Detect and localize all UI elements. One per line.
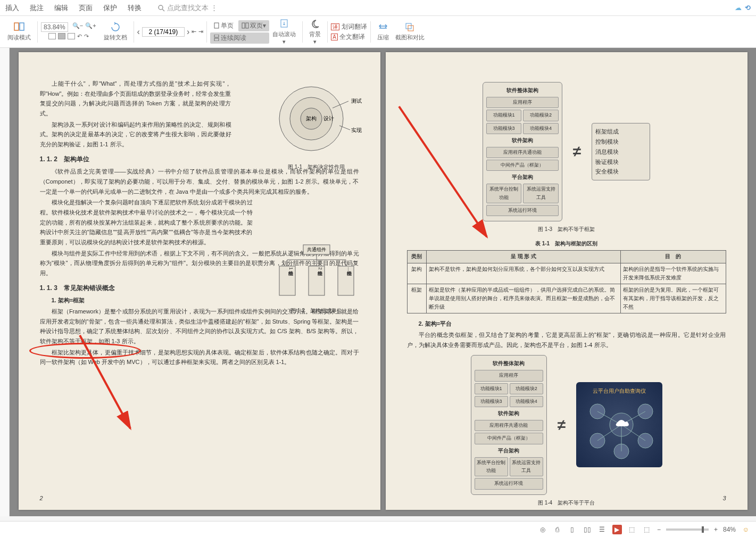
rotate-right-icon[interactable]: ↷ — [84, 33, 89, 40]
svg-rect-8 — [214, 38, 219, 41]
emoji-icon[interactable]: ☺ — [741, 525, 751, 534]
search-box[interactable]: 点此查找文本 ⋮ — [157, 3, 218, 13]
page-left: 上能干什么"，即"What"，而处理方式指的是"技术上如何实现"，即"How"。… — [19, 52, 380, 510]
figure-1-3: 软件整体架构 应用程序 功能模块1功能模块2 功能模块3功能模块4 软件架构 应… — [471, 82, 662, 221]
share-icon[interactable]: ⟲ — [745, 4, 751, 12]
view-continuous-icon[interactable]: ☰ — [597, 525, 607, 534]
menu-page[interactable]: 页面 — [79, 3, 93, 13]
menu-bar: 插入 批注 编辑 页面 保护 转换 点此查找文本 ⋮ ☁ ⟲ — [0, 0, 756, 16]
translate-icon: 译 — [331, 23, 339, 30]
view-single-icon[interactable]: ▯ — [568, 525, 577, 534]
compress-icon — [378, 22, 388, 32]
toolbar: 阅读模式 83.84% 🔍− 🔍+ ↶ ↷ 旋转文档 ‹ › ⇤ ⇥ 单页 双页… — [0, 16, 756, 48]
zoom-percent[interactable]: 84% — [723, 526, 736, 533]
background-button[interactable]: 背景▾ — [306, 18, 324, 46]
read-mode-icon — [13, 22, 25, 32]
full-trans-label: 全文翻译 — [339, 33, 365, 40]
single-label: 单页 — [221, 21, 234, 30]
zoom-in-icon[interactable]: 🔍+ — [85, 22, 96, 32]
first-page-icon[interactable]: ⇤ — [192, 28, 196, 35]
menu-annotate[interactable]: 批注 — [30, 3, 44, 13]
menu-convert[interactable]: 转换 — [128, 3, 142, 13]
svg-point-0 — [159, 5, 163, 10]
subheading-2: 2. 架构=平台 — [419, 319, 726, 329]
svg-rect-11 — [408, 26, 413, 31]
search-icon — [157, 4, 165, 12]
play-icon[interactable]: ▶ — [612, 525, 622, 534]
view-double-icon[interactable]: ▯▯ — [583, 525, 592, 534]
single-page-icon — [213, 22, 220, 29]
page-number: 3 — [722, 493, 726, 503]
status-icon[interactable]: ◎ — [538, 525, 547, 534]
status-icon[interactable]: ⎙ — [553, 525, 562, 534]
svg-rect-29 — [309, 266, 325, 295]
fig-caption: 图 1-1 架构决定性作用 — [269, 162, 364, 171]
double-page-button[interactable]: 双页▾ — [238, 20, 269, 31]
body-text: 上能干什么"，即"What"，而处理方式指的是"技术上如何实现"，即"How"。… — [40, 79, 231, 119]
svg-text:实现: 实现 — [351, 127, 362, 133]
svg-rect-28 — [279, 266, 295, 295]
zoom-out-icon[interactable]: 🔍− — [72, 22, 83, 32]
fit-icon[interactable]: ⬚ — [642, 525, 652, 534]
svg-text:测试: 测试 — [351, 98, 362, 104]
double-page-icon — [242, 22, 249, 29]
autoscroll-button[interactable]: 自动滚动▾ — [269, 18, 299, 46]
svg-text:设计: 设计 — [323, 115, 334, 121]
figure-1-2: 共通组件 功能组件1 功能组件2 功能组件... 图 1-2 架构组成单位 — [274, 244, 359, 315]
fit-page-icon[interactable] — [58, 33, 65, 39]
figure-1-1: 架构 设计 实现 测试 图 1-1 架构决定性作用 — [269, 79, 364, 171]
fit-width-icon[interactable] — [48, 33, 56, 39]
menu-insert[interactable]: 插入 — [5, 3, 19, 13]
crop-icon — [404, 22, 415, 32]
zoom-group: 83.84% 🔍− 🔍+ ↶ ↷ — [41, 22, 96, 41]
moon-icon — [310, 19, 320, 29]
background-label: 背景 — [309, 30, 321, 38]
table-1-1: 类别呈 现 形 式目 的 架构架构不是软件，架构是如何划分应用系统，各个部分如何… — [407, 250, 726, 313]
cloud-icon[interactable]: ☁ — [735, 4, 742, 12]
compress-button[interactable]: 压缩 — [374, 21, 392, 43]
full-translate-button[interactable]: A 全文翻译 — [331, 32, 367, 42]
body-text: 模块化是指解决一个复杂问题时自顶向下逐层把软件系统划分成若干模块的过程。软件模块… — [40, 197, 253, 247]
word-translate-button[interactable]: 译 划词翻译 — [331, 22, 367, 31]
search-placeholder: 点此查找文本 — [167, 3, 209, 13]
zoom-out-icon[interactable]: − — [657, 526, 661, 533]
fit-icon[interactable]: ⬚ — [627, 525, 637, 534]
read-mode-label: 阅读模式 — [7, 34, 31, 42]
rotate-button[interactable]: 旋转文档 — [101, 21, 130, 43]
menu-protect[interactable]: 保护 — [103, 3, 117, 13]
zoom-in-icon[interactable]: + — [714, 526, 718, 533]
svg-rect-7 — [214, 35, 219, 37]
svg-rect-10 — [406, 23, 411, 29]
crop-label: 截图和对比 — [395, 34, 425, 42]
svg-rect-3 — [20, 23, 24, 30]
document-area[interactable]: 上能干什么"，即"What"，而处理方式指的是"技术上如何实现"，即"How"。… — [0, 48, 756, 516]
page-right: 软件整体架构 应用程序 功能模块1功能模块2 功能模块3功能模块4 软件架构 应… — [386, 52, 747, 510]
rotate-label: 旋转文档 — [104, 34, 127, 42]
menu-edit[interactable]: 编辑 — [54, 3, 68, 13]
continuous-button[interactable]: 连续阅读 — [210, 32, 269, 44]
crop-compare-button[interactable]: 截图和对比 — [392, 21, 428, 43]
next-page-icon[interactable]: › — [187, 27, 189, 37]
rotate-left-icon[interactable]: ↶ — [77, 33, 82, 40]
rotate-icon — [110, 22, 121, 32]
actual-size-icon[interactable] — [68, 33, 75, 39]
read-mode-button[interactable]: 阅读模式 — [4, 21, 34, 43]
zoom-value[interactable]: 83.84% — [41, 22, 68, 32]
zoom-slider[interactable] — [666, 528, 709, 531]
continuous-icon — [213, 35, 220, 41]
side-panel-strip[interactable] — [0, 48, 10, 516]
word-trans-label: 划词翻译 — [342, 23, 367, 30]
continuous-label: 连续阅读 — [221, 34, 246, 43]
not-equal-icon: ≠ — [573, 139, 581, 164]
single-page-button[interactable]: 单页 — [210, 20, 237, 31]
svg-rect-5 — [242, 23, 245, 28]
not-equal-icon: ≠ — [558, 412, 566, 438]
double-label: 双页 — [250, 21, 263, 30]
svg-rect-4 — [214, 23, 219, 28]
compress-label: 压缩 — [377, 34, 389, 42]
last-page-icon[interactable]: ⇥ — [198, 28, 203, 35]
page-number: 2 — [40, 493, 43, 503]
page-input[interactable] — [142, 27, 185, 37]
fig-caption: 图 1-2 架构组成单位 — [274, 306, 359, 315]
prev-page-icon[interactable]: ‹ — [137, 27, 140, 37]
